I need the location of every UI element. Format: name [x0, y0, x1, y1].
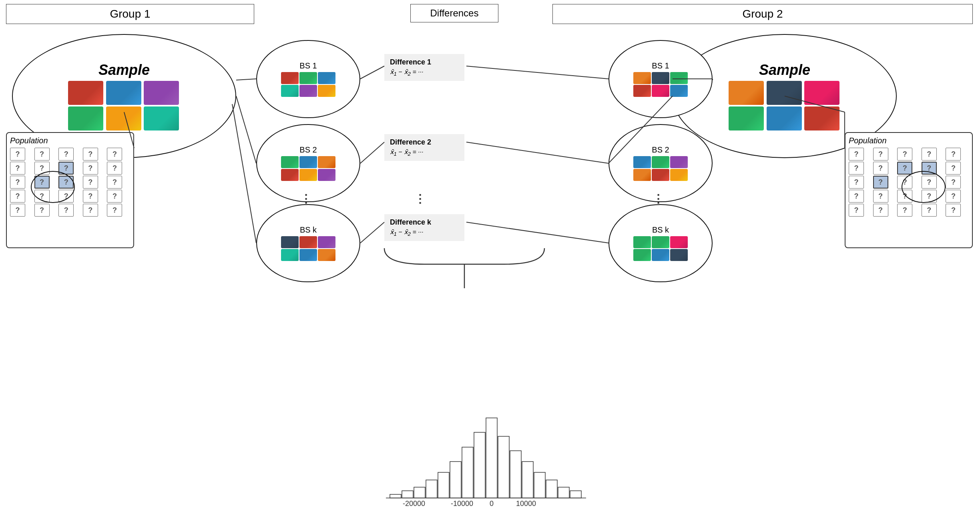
- bs-car: [318, 156, 335, 168]
- svg-rect-25: [498, 436, 509, 498]
- pop-cell: ?: [922, 190, 937, 203]
- bs-car: [281, 72, 299, 84]
- histogram-container: -20000 -10000 0 10000: [378, 398, 602, 514]
- pop-cell: ?: [83, 204, 98, 217]
- x-label-10000: 10000: [516, 500, 536, 508]
- pop-cell: ?: [873, 190, 888, 203]
- pop-cell: ?: [873, 148, 888, 161]
- svg-line-7: [360, 142, 384, 163]
- bs-car: [299, 72, 317, 84]
- svg-rect-16: [390, 494, 401, 498]
- diff1-title: Difference 1: [390, 58, 459, 66]
- pop-cell: ?: [849, 148, 864, 161]
- svg-line-10: [466, 142, 608, 163]
- bs-car: [670, 169, 688, 181]
- group1-label: Group 1: [110, 8, 150, 20]
- svg-line-6: [360, 66, 384, 79]
- pop-cell: ?: [922, 204, 937, 217]
- pop-cell: ?: [10, 162, 25, 175]
- bs-car: [318, 169, 335, 181]
- pop-cell: ?: [34, 162, 50, 175]
- bs-car: [318, 249, 335, 261]
- group2-population-label: Population: [849, 136, 969, 145]
- group1-bs2-label: BS 2: [299, 145, 317, 155]
- group2-bs2-label: BS 2: [652, 145, 669, 155]
- pop-cell: ?: [34, 190, 50, 203]
- pop-cell: ?: [897, 148, 912, 161]
- svg-line-1: [236, 96, 256, 163]
- x-label-minus10000: -10000: [451, 500, 473, 508]
- pop-cell: ?: [83, 148, 98, 161]
- bs-car: [633, 169, 651, 181]
- pop-cell: ?: [34, 148, 50, 161]
- pop-cell: ?: [10, 148, 25, 161]
- car-img: [804, 106, 839, 130]
- bs-car: [281, 169, 299, 181]
- pop-cell: ?: [107, 176, 122, 189]
- pop-cell: ?: [946, 176, 961, 189]
- svg-rect-29: [546, 480, 557, 498]
- diff2-formula: x̄1 − x̄2 = ···: [390, 148, 459, 157]
- svg-rect-17: [402, 491, 413, 498]
- svg-rect-19: [426, 480, 437, 498]
- pop-cell: ?: [897, 190, 912, 203]
- group1-bs1-cars: [281, 72, 335, 97]
- pop-cell: ?: [897, 204, 912, 217]
- pop-cell: ?: [946, 148, 961, 161]
- pop-cell: ?: [10, 176, 25, 189]
- svg-rect-22: [462, 447, 473, 498]
- pop-cell: ?: [83, 176, 98, 189]
- group2-label: Group 2: [742, 8, 783, 20]
- svg-line-2: [232, 104, 256, 243]
- pop-cell: ?: [107, 204, 122, 217]
- svg-rect-27: [522, 462, 533, 498]
- bs-car: [281, 156, 299, 168]
- group2-sample-cars: [729, 81, 841, 130]
- pop-cell: ?: [10, 204, 25, 217]
- svg-line-9: [466, 66, 608, 79]
- pop-cell-selected: ?: [922, 162, 937, 175]
- group2-bs1-ellipse: BS 1: [608, 40, 713, 118]
- bs-car: [281, 85, 299, 97]
- bs-car: [652, 249, 669, 261]
- group2-bs1-label: BS 1: [652, 61, 669, 70]
- group2-sample-label: Sample: [759, 62, 810, 78]
- group1-sample-label: Sample: [98, 62, 150, 78]
- group1-bsk-label: BS k: [300, 225, 317, 235]
- svg-rect-26: [510, 451, 521, 498]
- group2-bsk-ellipse: BS k: [608, 204, 713, 282]
- group2-bsk-label: BS k: [652, 225, 669, 235]
- car-img: [68, 81, 103, 105]
- pop-cell: ?: [897, 176, 912, 189]
- bs-car: [670, 249, 688, 261]
- pop-cell-selected: ?: [34, 176, 50, 189]
- svg-line-8: [360, 222, 384, 243]
- bs-car: [281, 249, 299, 261]
- group1-bsk-cars: [281, 236, 335, 261]
- diffk-title: Difference k: [390, 218, 459, 227]
- pop-cell: ?: [849, 204, 864, 217]
- diffk-box: Difference k x̄1 − x̄2 = ···: [384, 214, 464, 241]
- group2-pop-grid: ? ? ? ? ? ? ? ? ? ? ? ? ? ? ? ? ? ? ? ? …: [849, 148, 969, 217]
- bs-car: [652, 236, 669, 248]
- group2-bs2-cars: [633, 156, 688, 181]
- svg-rect-24: [486, 418, 497, 498]
- pop-cell: ?: [107, 190, 122, 203]
- car-img: [729, 106, 764, 130]
- pop-cell: ?: [946, 190, 961, 203]
- svg-rect-28: [534, 472, 545, 498]
- pop-cell-selected: ?: [58, 162, 74, 175]
- pop-cell: ?: [922, 148, 937, 161]
- bs-car: [652, 85, 669, 97]
- car-img: [767, 106, 802, 130]
- pop-cell: ?: [849, 190, 864, 203]
- svg-rect-31: [570, 491, 581, 498]
- pop-cell: ?: [58, 148, 74, 161]
- pop-cell: ?: [58, 204, 74, 217]
- pop-cell: ?: [849, 162, 864, 175]
- bs-car: [633, 85, 651, 97]
- bs-car: [299, 169, 317, 181]
- bs-car: [633, 236, 651, 248]
- x-label-0: 0: [490, 500, 494, 508]
- differences-header: Differences: [410, 4, 498, 22]
